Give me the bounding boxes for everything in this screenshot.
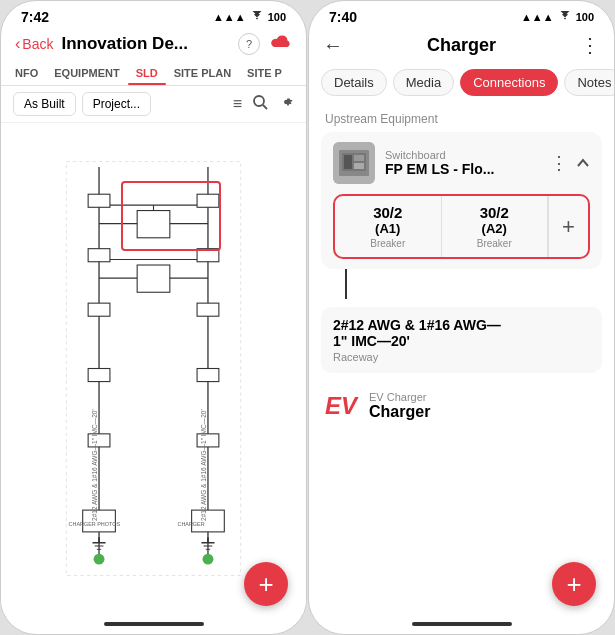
conn-cell-a1[interactable]: 30/2 (A1) Breaker xyxy=(335,196,442,257)
back-label: Back xyxy=(22,36,53,52)
svg-rect-8 xyxy=(88,194,110,207)
fab-add-left[interactable]: + xyxy=(244,562,288,606)
more-options-icon[interactable]: ⋮ xyxy=(580,33,600,57)
svg-rect-10 xyxy=(88,303,110,316)
equip-info: Switchboard FP EM LS - Flo... xyxy=(385,149,540,177)
connections-content: Upstream Equipment Switchboard FP E xyxy=(309,102,614,614)
red-highlight-box xyxy=(121,181,221,251)
time-left: 7:42 xyxy=(21,9,49,25)
right-phone: 7:40 ▲▲▲ 100 ← Charger ⋮ Details Media xyxy=(308,0,615,635)
battery-icon-left: 100 xyxy=(268,11,286,23)
equip-name: FP EM LS - Flo... xyxy=(385,161,540,177)
equip-more-icon[interactable]: ⋮ xyxy=(550,152,568,174)
header-icons-left: ? xyxy=(238,33,292,55)
search-icon[interactable] xyxy=(252,94,268,114)
raceway-label: Raceway xyxy=(333,351,590,363)
ev-subtitle: EV Charger xyxy=(369,391,430,403)
wifi-icon-right xyxy=(558,11,572,23)
equipment-card: Switchboard FP EM LS - Flo... ⋮ 30/2 (A xyxy=(321,132,602,269)
conn-a2-label: Breaker xyxy=(477,238,512,249)
svg-point-36 xyxy=(203,554,214,565)
status-icons-right: ▲▲▲ 100 xyxy=(521,11,594,23)
svg-rect-44 xyxy=(344,155,352,169)
left-phone: 7:42 ▲▲▲ 100 ‹ Back Innovation De... ? xyxy=(0,0,307,635)
equipment-thumbnail xyxy=(333,142,375,184)
fab-add-right[interactable]: + xyxy=(552,562,596,606)
svg-line-1 xyxy=(263,105,267,109)
header-left: ‹ Back Innovation De... ? xyxy=(1,29,306,61)
add-connection-button[interactable]: + xyxy=(548,196,588,257)
signal-icon-right: ▲▲▲ xyxy=(521,11,554,23)
wifi-icon-left xyxy=(250,11,264,23)
svg-rect-45 xyxy=(354,155,364,161)
conn-a1-sub: (A1) xyxy=(375,221,400,236)
status-bar-right: 7:40 ▲▲▲ 100 xyxy=(309,1,614,29)
project-title: Innovation De... xyxy=(61,34,230,54)
svg-rect-22 xyxy=(137,265,170,292)
help-icon[interactable]: ? xyxy=(238,33,260,55)
header-right: ← Charger ⋮ xyxy=(309,29,614,63)
conn-a1-value: 30/2 xyxy=(373,204,402,221)
ev-info: EV Charger Charger xyxy=(369,391,430,421)
back-button-left[interactable]: ‹ Back xyxy=(15,35,53,53)
home-indicator-right xyxy=(309,614,614,634)
tab-site-p[interactable]: SITE P xyxy=(239,61,290,85)
battery-icon-right: 100 xyxy=(576,11,594,23)
tab-media[interactable]: Media xyxy=(393,69,454,96)
conn-a2-value: 30/2 xyxy=(480,204,509,221)
equip-header: Switchboard FP EM LS - Flo... ⋮ xyxy=(321,132,602,194)
svg-rect-11 xyxy=(88,369,110,382)
equip-actions: ⋮ xyxy=(550,152,590,174)
raceway-card: 2#12 AWG & 1#16 AWG—1" IMC—20' Raceway xyxy=(321,307,602,373)
svg-point-35 xyxy=(94,554,105,565)
home-indicator-left xyxy=(1,614,306,634)
svg-point-0 xyxy=(254,96,264,106)
ev-badge: EV xyxy=(325,392,357,420)
status-icons-left: ▲▲▲ 100 xyxy=(213,11,286,23)
conn-a2-sub: (A2) xyxy=(482,221,507,236)
equip-subtitle: Switchboard xyxy=(385,149,540,161)
tab-equipment[interactable]: EQUIPMENT xyxy=(46,61,127,85)
toolbar-left: As Built Project... ≡ xyxy=(1,86,306,123)
tab-sld[interactable]: SLD xyxy=(128,61,166,85)
back-arrow-icon: ‹ xyxy=(15,35,20,53)
as-built-button[interactable]: As Built xyxy=(13,92,76,116)
ev-section: EV EV Charger Charger xyxy=(309,381,614,431)
project-button[interactable]: Project... xyxy=(82,92,151,116)
back-arrow-right[interactable]: ← xyxy=(323,34,343,57)
upstream-label: Upstream Equipment xyxy=(309,102,614,132)
svg-text:2#12 AWG & 1#16 AWG—1" IMC—20': 2#12 AWG & 1#16 AWG—1" IMC—20' xyxy=(91,409,98,521)
svg-rect-16 xyxy=(197,369,219,382)
conn-a1-label: Breaker xyxy=(370,238,405,249)
cloud-icon[interactable] xyxy=(270,34,292,55)
svg-text:CHARGER PHOTOS: CHARGER PHOTOS xyxy=(69,521,121,527)
equip-collapse-icon[interactable] xyxy=(576,154,590,172)
connections-grid: 30/2 (A1) Breaker 30/2 (A2) Breaker + xyxy=(333,194,590,259)
svg-text:2#12 AWG & 1#16 AWG—1" IMC—20': 2#12 AWG & 1#16 AWG—1" IMC—20' xyxy=(200,409,207,521)
tab-site-plan[interactable]: SITE PLAN xyxy=(166,61,239,85)
tab-connections[interactable]: Connections xyxy=(460,69,558,96)
status-bar-left: 7:42 ▲▲▲ 100 xyxy=(1,1,306,29)
time-right: 7:40 xyxy=(329,9,357,25)
tab-nfo[interactable]: NFO xyxy=(7,61,46,85)
ev-name: Charger xyxy=(369,403,430,421)
list-icon[interactable]: ≡ xyxy=(233,95,242,113)
upstream-line xyxy=(345,269,347,299)
tab-notes[interactable]: Notes xyxy=(564,69,615,96)
svg-rect-46 xyxy=(354,163,364,169)
svg-rect-15 xyxy=(197,303,219,316)
charger-title: Charger xyxy=(343,35,580,56)
sld-canvas: 2#12 AWG & 1#16 AWG—1" IMC—20' 2#12 AWG … xyxy=(1,123,306,614)
nav-tabs-left: NFO EQUIPMENT SLD SITE PLAN SITE P xyxy=(1,61,306,86)
signal-icon-left: ▲▲▲ xyxy=(213,11,246,23)
raceway-name: 2#12 AWG & 1#16 AWG—1" IMC—20' xyxy=(333,317,590,349)
tabs-row-right: Details Media Connections Notes xyxy=(309,63,614,102)
conn-cell-a2[interactable]: 30/2 (A2) Breaker xyxy=(442,196,549,257)
tab-details[interactable]: Details xyxy=(321,69,387,96)
svg-text:CHARGER: CHARGER xyxy=(177,521,204,527)
settings-icon[interactable] xyxy=(278,94,294,114)
svg-rect-9 xyxy=(88,249,110,262)
